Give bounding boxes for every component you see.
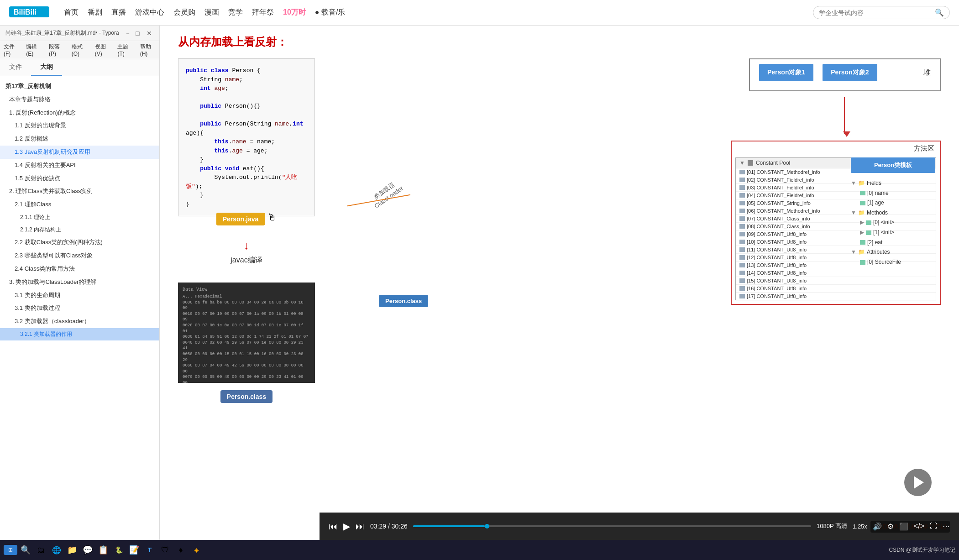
outline-topic[interactable]: 本章专题与脉络 <box>0 93 159 106</box>
play-button[interactable]: ▶ <box>343 521 350 532</box>
nav-anime[interactable]: 番剧 <box>88 8 102 17</box>
minimize-button[interactable]: － <box>125 30 132 37</box>
taskbar-chat[interactable]: 💬 <box>80 543 95 557</box>
nav-hot[interactable]: 10万时 <box>283 8 306 17</box>
class-template-section: Person类模板 ▼ 📁 Fields <box>851 157 935 267</box>
method-label: 方法区 <box>914 144 934 153</box>
time-display: 03:29 / 30:26 <box>370 523 408 530</box>
outline-3-2-1[interactable]: 3.2.1 类加载器的作用 <box>0 328 159 340</box>
taskbar-explorer[interactable]: 📁 <box>65 543 79 557</box>
outline-1-1[interactable]: 1.1 反射的出现背景 <box>0 119 159 132</box>
arrow-head <box>843 131 850 137</box>
typora-title: 尚硅谷_宋红康_第17章_反射机制.md• - Typora <box>5 29 119 37</box>
play-overlay-button[interactable] <box>904 469 932 496</box>
prev-button[interactable]: ⏮ <box>329 521 338 532</box>
attributes-label: Attributes <box>867 247 890 257</box>
nav-music[interactable]: ● 载音/乐 <box>315 8 346 17</box>
search-input[interactable] <box>819 9 935 16</box>
typora-menubar: 文件(F) 编辑(E) 段落(P) 格式(O) 视图(V) 主题(T) 帮助(H… <box>0 41 159 59</box>
outline-3-1a[interactable]: 3.1 类的生命周期 <box>0 289 159 302</box>
more-icon[interactable]: ⋯ <box>943 522 950 531</box>
taskbar-extra1[interactable]: ◈ <box>189 543 204 557</box>
tree-methods-folder: ▼ 📁 Methods <box>851 208 935 218</box>
fullscreen-icon[interactable]: ⛶ <box>930 522 937 530</box>
taskbar-shield[interactable]: 🛡 <box>158 543 173 557</box>
nav-live[interactable]: 直播 <box>111 8 126 17</box>
taskbar-browser-edge[interactable]: 🌐 <box>49 543 64 557</box>
outline-2-4[interactable]: 2.4 Class类的常用方法 <box>0 262 159 276</box>
outline-2-3[interactable]: 2.3 哪些类型可以有Class对象 <box>0 249 159 262</box>
tab-file[interactable]: 文件 <box>0 59 31 76</box>
nav-study[interactable]: 竞学 <box>228 8 243 17</box>
taskbar-files[interactable]: 🗂 <box>34 543 48 557</box>
progress-dot <box>485 524 489 529</box>
menu-view[interactable]: 视图(V) <box>95 43 110 57</box>
heap-to-method-arrow <box>844 97 845 134</box>
outline-1-5[interactable]: 1.5 反射的优缺点 <box>0 172 159 185</box>
outline-class[interactable]: 2. 理解Class类并获取Class实例 <box>0 185 159 198</box>
outline-3-2[interactable]: 3.2 类加载器（classloader） <box>0 315 159 328</box>
outline-chapter17[interactable]: 第17章_反射机制 <box>0 80 159 93</box>
taskbar-typora[interactable]: T <box>142 543 157 557</box>
nav-festival[interactable]: 拜年祭 <box>252 8 274 17</box>
search-bar[interactable]: 🔍 <box>813 6 950 19</box>
slide-area: 从内存加载上看反射： public class Person { String … <box>160 26 959 560</box>
speed-button[interactable]: 1.25x <box>853 523 867 530</box>
menu-theme[interactable]: 主题(T) <box>117 43 132 57</box>
menu-file[interactable]: 文件(F) <box>4 43 19 57</box>
nav-manga[interactable]: 漫画 <box>204 8 219 17</box>
video-area: 从内存加载上看反射： public class Person { String … <box>160 26 959 560</box>
outline-3-1b[interactable]: 3.1 类的加载过程 <box>0 302 159 315</box>
outline-1-2[interactable]: 1.2 反射概述 <box>0 132 159 146</box>
taskbar-python[interactable]: 🐍 <box>111 543 126 557</box>
close-button[interactable]: ✕ <box>147 30 154 37</box>
person-java-label: Person.java <box>216 213 265 225</box>
taskbar-notification-area: CSDN @测试开发学习笔记 <box>889 546 955 554</box>
outline-1-3[interactable]: 1.3 Java反射机制研究及应用 <box>0 146 159 159</box>
taskbar-notepad[interactable]: 📝 <box>127 543 141 557</box>
quality-button[interactable]: 1080P 高清 <box>817 522 847 530</box>
search-icon[interactable]: 🔍 <box>935 8 944 17</box>
heap-obj1: Person对象1 <box>759 64 813 81</box>
menu-edit[interactable]: 编辑(E) <box>26 43 42 57</box>
outline-2-1-1[interactable]: 2.1.1 理论上 <box>0 211 159 224</box>
fields-label: Fields <box>867 178 881 188</box>
outline-reflection-concept[interactable]: 1. 反射(Reflection)的概念 <box>0 106 159 120</box>
nav-game[interactable]: 游戏中心 <box>135 8 164 17</box>
nav-shop[interactable]: 会员购 <box>173 8 195 17</box>
menu-paragraph[interactable]: 段落(P) <box>49 43 64 57</box>
screen-mode-icon[interactable]: ⬛ <box>899 522 908 531</box>
maximize-button[interactable]: □ <box>136 30 143 37</box>
main-area: 尚硅谷_宋红康_第17章_反射机制.md• - Typora － □ ✕ 文件(… <box>0 26 959 560</box>
top-navigation: BiliBili 首页 番剧 直播 游戏中心 会员购 漫画 竞学 拜年祭 10万… <box>0 0 959 26</box>
taskbar-diamond[interactable]: ♦ <box>173 543 188 557</box>
classloader-label: 类加载器ClassLoader <box>368 178 404 209</box>
class-tree: ▼ 📁 Fields [0] name <box>851 178 935 267</box>
nav-home[interactable]: 首页 <box>64 8 79 17</box>
typora-titlebar: 尚硅谷_宋红康_第17章_反射机制.md• - Typora － □ ✕ <box>0 26 159 41</box>
menu-format[interactable]: 格式(O) <box>72 43 88 57</box>
tab-outline[interactable]: 大纲 <box>31 59 62 76</box>
outline-2-1-2[interactable]: 2.1.2 内存结构上 <box>0 224 159 236</box>
method-area: 方法区 ▼ Constant Pool <box>731 141 941 305</box>
taskbar-search[interactable]: 🔍 <box>18 543 33 557</box>
taskbar-clipboard[interactable]: 📋 <box>96 543 110 557</box>
settings-icon[interactable]: ⚙ <box>887 522 894 531</box>
outline-classloader[interactable]: 3. 类的加载与ClassLoader的理解 <box>0 276 159 289</box>
taskbar: ⊞ 🔍 🗂 🌐 📁 💬 📋 🐍 📝 T 🛡 ♦ ◈ CSDN @测试开发学习笔记 <box>0 540 959 560</box>
outline-2-2[interactable]: 2.2 获取Class类的实例(四种方法) <box>0 236 159 249</box>
bilibili-logo[interactable]: BiliBili <box>9 5 50 21</box>
tree-field-name: [0] name <box>851 188 935 199</box>
next-button[interactable]: ⏭ <box>356 521 365 532</box>
tree-method-init1: ▶ [0] <init> <box>851 218 935 228</box>
play-icon <box>914 476 924 489</box>
start-button[interactable]: ⊞ <box>4 545 17 555</box>
tree-method-eat: [2] eat <box>851 238 935 248</box>
methods-label: Methods <box>867 208 888 218</box>
outline-2-1[interactable]: 2.1 理解Class <box>0 198 159 211</box>
progress-bar[interactable] <box>413 525 811 527</box>
code-icon[interactable]: </> <box>914 522 924 530</box>
outline-1-4[interactable]: 1.4 反射相关的主要API <box>0 159 159 172</box>
volume-icon[interactable]: 🔊 <box>873 522 882 531</box>
menu-help[interactable]: 帮助(H) <box>140 43 156 57</box>
